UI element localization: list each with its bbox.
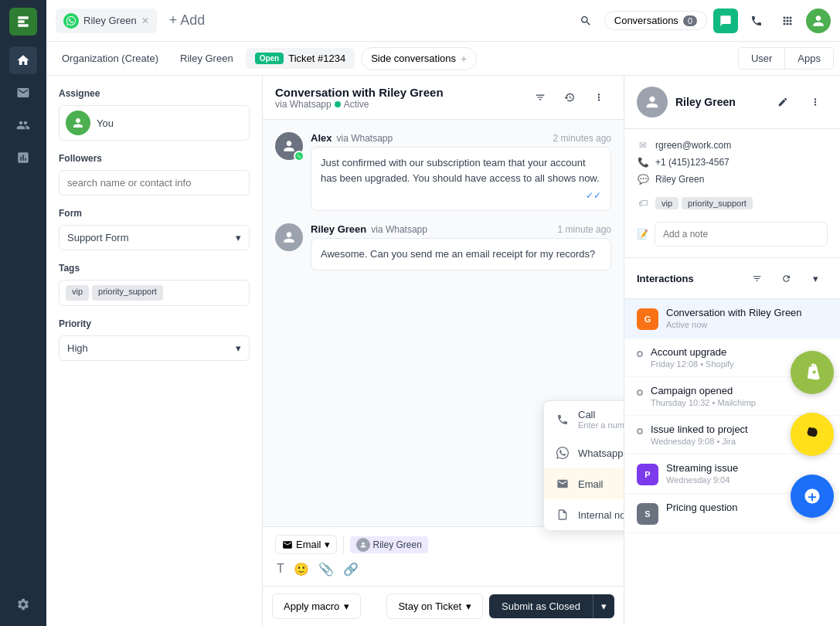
conv-channel: via Whatsapp: [275, 99, 332, 110]
priority-value: High: [67, 342, 88, 354]
side-conv-tab[interactable]: Side conversations +: [361, 47, 477, 70]
conversations-btn[interactable]: Conversations 0: [604, 11, 707, 30]
more-icon-btn[interactable]: [587, 85, 611, 110]
stay-chevron-icon: ▾: [466, 600, 471, 612]
user-info-section: ✉ rgreen@work.com 📞 +1 (415)123-4567 💬 R…: [624, 129, 840, 258]
channel-dropdown: Call Enter a number Whatsapp: [543, 400, 624, 531]
conversations-label: Conversations: [614, 15, 678, 26]
link-icon[interactable]: 🔗: [342, 560, 360, 578]
emoji-icon[interactable]: 🙂: [292, 560, 311, 578]
tab-user-name: Riley Green: [83, 15, 137, 26]
side-conv-plus[interactable]: +: [461, 53, 467, 65]
filter-icon-btn[interactable]: [528, 85, 553, 110]
msg1-bubble: Just confirmed with our subscription tea…: [311, 147, 611, 211]
form-select[interactable]: Support Form ▾: [59, 225, 250, 250]
interactions-refresh-icon[interactable]: [774, 266, 798, 291]
user-whatsapp: Riley Green: [655, 174, 704, 185]
tag-vip: vip: [66, 285, 89, 301]
recipient-chip[interactable]: Riley Green: [350, 536, 428, 553]
tab-close-btn[interactable]: ✕: [141, 15, 149, 26]
form-label: Form: [59, 208, 250, 219]
channel-selector[interactable]: Email ▾: [275, 535, 337, 554]
submit-arrow-icon[interactable]: ▾: [593, 594, 614, 618]
user-avatar-top[interactable]: [806, 9, 831, 33]
conv-title: Conversation with Riley Green: [275, 86, 444, 99]
user-tab[interactable]: Riley Green: [171, 48, 243, 69]
note-input[interactable]: [655, 222, 828, 247]
grid-icon-btn[interactable]: [775, 9, 800, 33]
msg1-author: Alex: [311, 132, 332, 144]
msg2-text: Awesome. Can you send me an email receip…: [321, 248, 595, 260]
search-btn[interactable]: [573, 9, 598, 33]
user-note-row: 📝: [637, 219, 828, 250]
phone-icon-btn[interactable]: [744, 9, 769, 33]
dropdown-call[interactable]: Call Enter a number: [544, 401, 624, 437]
message-row-2: Riley Green via Whatsapp 1 minute ago Aw…: [275, 223, 611, 270]
triage-badge[interactable]: [791, 475, 834, 518]
compose-area: Email ▾ Riley Green T 🙂: [263, 526, 624, 586]
org-tab[interactable]: Organization (Create): [53, 48, 168, 69]
channel-label: Email: [296, 539, 321, 550]
dropdown-email[interactable]: Email: [544, 468, 624, 499]
interaction-item-0[interactable]: G Conversation with Riley Green Active n…: [624, 299, 840, 339]
add-tab-btn[interactable]: + Add: [163, 9, 212, 32]
stay-ticket-btn[interactable]: Stay on Ticket ▾: [386, 594, 483, 619]
text-format-icon[interactable]: T: [275, 560, 286, 578]
right-user-name: Riley Green: [675, 96, 736, 108]
interactions-header: Interactions ▾: [624, 258, 840, 299]
nav-tickets[interactable]: [9, 79, 37, 107]
tabs-bar: Organization (Create) Riley Green Open T…: [46, 42, 840, 76]
followers-input[interactable]: [59, 170, 250, 196]
nav-home[interactable]: [9, 46, 37, 74]
shopify-badge[interactable]: [791, 351, 834, 394]
int-title-0: Conversation with Riley Green: [666, 307, 828, 318]
edit-user-icon[interactable]: [770, 90, 795, 114]
history-icon-btn[interactable]: [557, 85, 582, 110]
user-whatsapp-row: 💬 Riley Green: [637, 171, 828, 188]
whatsapp-info-icon: 💬: [637, 174, 649, 185]
int-sub-0: Active now: [666, 320, 828, 329]
interactions-collapse-icon[interactable]: ▾: [803, 266, 828, 291]
chat-icon-btn[interactable]: [713, 9, 738, 33]
nav-reports[interactable]: [9, 144, 37, 172]
ticket-tab[interactable]: Open Ticket #1234: [246, 48, 355, 69]
apps-panel-tab[interactable]: Apps: [785, 48, 833, 69]
utag-priority: priority_support: [682, 197, 753, 209]
conv-header: Conversation with Riley Green via Whatsa…: [263, 76, 624, 120]
nav-users[interactable]: [9, 111, 37, 139]
int-title-4: Streaming issue: [666, 462, 828, 474]
whatsapp-tab[interactable]: Riley Green ✕: [56, 9, 157, 33]
macro-chevron-icon: ▾: [344, 600, 349, 612]
channel-chevron-icon: ▾: [325, 539, 330, 550]
nav-settings[interactable]: [9, 590, 37, 618]
tags-container[interactable]: vip priority_support: [59, 280, 250, 306]
priority-section: Priority High ▾: [59, 318, 250, 361]
note-info-icon: 📝: [637, 229, 648, 240]
email-icon: [555, 476, 570, 492]
conversations-badge: 0: [683, 15, 697, 26]
interactions-filter-icon[interactable]: [744, 266, 769, 291]
msg2-time: 1 minute ago: [558, 224, 611, 235]
alex-avatar: [275, 132, 303, 160]
user-apps-tabs: User Apps: [738, 47, 834, 70]
dropdown-internal-note[interactable]: Internal note: [544, 499, 624, 530]
macro-btn[interactable]: Apply macro ▾: [272, 594, 361, 619]
stay-label: Stay on Ticket: [398, 600, 461, 612]
dropdown-whatsapp[interactable]: Whatsapp: [544, 437, 624, 468]
app-logo[interactable]: [9, 8, 37, 36]
attach-icon[interactable]: 📎: [317, 560, 335, 578]
user-panel-tab[interactable]: User: [739, 48, 785, 69]
msg2-author: Riley Green: [311, 223, 366, 235]
user-phone-row: 📞 +1 (415)123-4567: [637, 154, 828, 171]
mailchimp-badge[interactable]: [791, 413, 834, 456]
call-icon: [555, 412, 570, 427]
side-conv-label: Side conversations: [371, 53, 456, 64]
whatsapp-icon: [555, 445, 570, 461]
assignee-name: You: [97, 117, 114, 129]
more-user-icon[interactable]: [803, 90, 828, 114]
priority-select[interactable]: High ▾: [59, 335, 250, 361]
submit-btn[interactable]: Submit as Closed ▾: [489, 594, 614, 618]
assignee-row[interactable]: You: [59, 105, 250, 141]
phone-info-icon: 📞: [637, 157, 649, 168]
center-panel: Conversation with Riley Green via Whatsa…: [263, 76, 624, 626]
